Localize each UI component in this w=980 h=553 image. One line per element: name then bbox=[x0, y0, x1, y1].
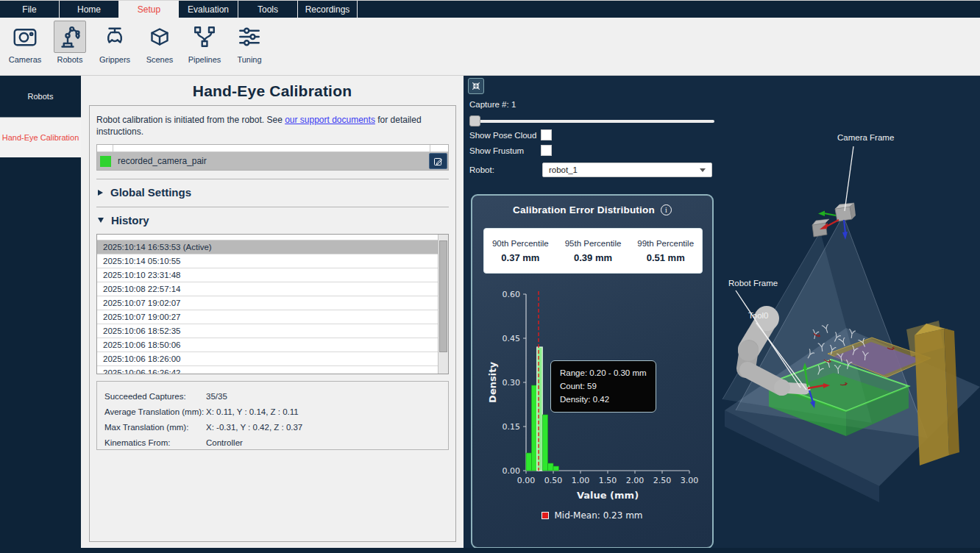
tooltip-count: Count: 59 bbox=[560, 380, 647, 393]
history-row[interactable]: 2025:10:14 05:10:55 bbox=[97, 254, 438, 268]
error-distribution-card: Calibration Error Distribution i 90th Pe… bbox=[471, 194, 714, 548]
page-title: Hand-Eye Calibration bbox=[81, 82, 464, 100]
camera-pair-row[interactable]: recorded_camera_pair bbox=[97, 152, 448, 170]
menu-tab-recordings[interactable]: Recordings bbox=[298, 1, 358, 18]
chevron-right-icon bbox=[98, 190, 103, 196]
capture-slider[interactable] bbox=[469, 115, 714, 126]
sidebar-item-hand-eye-calibration[interactable]: Hand-Eye Calibration bbox=[0, 118, 81, 157]
stat-row: Succeeded Captures:35/35 bbox=[104, 388, 448, 404]
histogram-bar bbox=[537, 347, 542, 471]
tool0-label: Tool0 bbox=[748, 311, 769, 320]
toolbar-label: Scenes bbox=[146, 55, 174, 64]
toolbar-button-robots[interactable]: Robots bbox=[51, 21, 89, 64]
menu-tab-file[interactable]: File bbox=[0, 1, 60, 18]
histogram-bar bbox=[542, 415, 547, 471]
toolbar-label: Robots bbox=[57, 55, 83, 64]
y-tick-label: 0.30 bbox=[503, 378, 521, 388]
robot-dropdown[interactable]: robot_1 bbox=[542, 163, 712, 177]
section-global-settings[interactable]: Global Settings bbox=[98, 186, 449, 199]
histogram-bar bbox=[548, 463, 553, 471]
pipeline-icon bbox=[188, 21, 221, 53]
show-frustum-checkbox[interactable] bbox=[541, 145, 552, 156]
percentile-card: 90th Percentile0.37 mm95th Percentile0.3… bbox=[483, 228, 703, 274]
gripper-icon bbox=[99, 21, 131, 53]
cube-icon bbox=[143, 21, 176, 53]
collapse-panel-button[interactable] bbox=[468, 78, 484, 94]
status-square bbox=[100, 156, 111, 167]
chart-title-row: Calibration Error Distribution i bbox=[472, 204, 712, 215]
history-row[interactable]: 2025:10:06 16:26:42 bbox=[97, 366, 438, 374]
robot-arm-icon bbox=[54, 21, 86, 53]
y-tick-label: 0.15 bbox=[503, 422, 521, 432]
chevron-down-icon bbox=[98, 218, 104, 223]
history-row[interactable]: 2025:10:07 19:00:27 bbox=[97, 310, 438, 324]
menu-tab-setup[interactable]: Setup bbox=[119, 1, 179, 18]
x-tick-label: 3.00 bbox=[681, 476, 699, 485]
show-pose-cloud-checkbox[interactable] bbox=[541, 129, 552, 140]
divider bbox=[96, 207, 449, 207]
stat-value: X: -0.31, Y : 0.42, Z : 0.37 bbox=[206, 423, 448, 432]
support-documents-link[interactable]: our support documents bbox=[285, 115, 375, 125]
show-pose-cloud-row: Show Pose Cloud bbox=[469, 129, 552, 140]
history-row[interactable]: 2025:10:07 19:02:07 bbox=[97, 296, 438, 310]
slider-handle[interactable] bbox=[469, 115, 480, 126]
history-row[interactable]: 2025:10:08 22:57:14 bbox=[97, 282, 438, 296]
app-window: FileHomeSetupEvaluationToolsRecordings C… bbox=[0, 0, 980, 553]
chevron-down-icon bbox=[700, 168, 706, 172]
slider-track[interactable] bbox=[469, 120, 714, 123]
toolbar-button-grippers[interactable]: Grippers bbox=[96, 21, 134, 64]
mid-mean-legend: Mid-Mean: 0.23 mm bbox=[472, 510, 712, 521]
x-axis-label: Value (mm) bbox=[577, 490, 639, 501]
toolbar-label: Cameras bbox=[9, 55, 42, 64]
menu-tab-tools[interactable]: Tools bbox=[238, 1, 298, 18]
history-row[interactable]: 2025:10:14 16:53:53 (Active) bbox=[97, 240, 438, 254]
toolbar-button-pipelines[interactable]: Pipelines bbox=[185, 21, 224, 64]
sidebar-item-robots[interactable]: Robots bbox=[0, 76, 81, 118]
menu-tab-home[interactable]: Home bbox=[60, 1, 119, 18]
stat-value: 35/35 bbox=[206, 392, 448, 401]
stat-label: Max Translation (mm): bbox=[104, 423, 206, 432]
edit-button[interactable] bbox=[429, 153, 447, 169]
toolbar-button-scenes[interactable]: Scenes bbox=[141, 21, 179, 64]
description-text: Robot calibration is initiated from the … bbox=[96, 114, 448, 138]
history-row[interactable]: 2025:10:06 18:26:00 bbox=[97, 352, 438, 366]
percentile-item: 90th Percentile0.37 mm bbox=[484, 239, 557, 263]
percentile-item: 95th Percentile0.39 mm bbox=[557, 239, 630, 263]
calibration-stats: Succeeded Captures:35/35Average Translat… bbox=[96, 381, 449, 450]
x-tick-label: 0.00 bbox=[517, 476, 536, 485]
histogram-tooltip: Range: 0.20 - 0.30 mm Count: 59 Density:… bbox=[550, 360, 656, 413]
info-icon[interactable]: i bbox=[661, 204, 672, 215]
robot-dropdown-value: robot_1 bbox=[549, 165, 700, 174]
histogram-bar bbox=[553, 466, 558, 471]
x-tick-label: 2.50 bbox=[653, 476, 672, 485]
collapse-icon bbox=[471, 81, 481, 91]
camera-pair-table: recorded_camera_pair bbox=[96, 144, 449, 171]
toolbar-button-tuning[interactable]: Tuning bbox=[230, 21, 269, 64]
percentile-value: 0.39 mm bbox=[557, 252, 630, 263]
y-axis-label: Density bbox=[487, 362, 498, 403]
show-frustum-label: Show Frustum bbox=[469, 146, 541, 155]
capture-label: Capture #: 1 bbox=[469, 100, 516, 109]
robot-select-row: Robot: robot_1 bbox=[469, 163, 712, 177]
history-row[interactable]: 2025:10:06 18:52:35 bbox=[97, 324, 438, 338]
description-part-1: Robot calibration is initiated from the … bbox=[96, 115, 285, 125]
scrollbar-thumb[interactable] bbox=[439, 240, 447, 352]
tooltip-range: Range: 0.20 - 0.30 mm bbox=[560, 367, 647, 380]
legend-label: Mid-Mean: 0.23 mm bbox=[554, 510, 642, 521]
percentile-label: 95th Percentile bbox=[557, 239, 630, 248]
camera-frame-label: Camera Frame bbox=[837, 133, 894, 142]
stat-row: Average Translation (mm):X: 0.11, Y : 0.… bbox=[104, 404, 448, 419]
legend-marker bbox=[542, 512, 549, 519]
history-row[interactable]: 2025:10:10 23:31:48 bbox=[97, 268, 438, 282]
toolbar-label: Pipelines bbox=[188, 55, 221, 64]
toolbar-button-cameras[interactable]: Cameras bbox=[6, 21, 44, 64]
toolbar-label: Tuning bbox=[237, 55, 261, 64]
show-frustum-row: Show Frustum bbox=[469, 145, 552, 156]
section-history[interactable]: History bbox=[98, 214, 449, 226]
percentile-value: 0.37 mm bbox=[484, 252, 557, 263]
history-scrollbar[interactable] bbox=[438, 235, 448, 374]
menu-tab-evaluation[interactable]: Evaluation bbox=[179, 1, 238, 18]
history-row[interactable]: 2025:10:06 18:50:06 bbox=[97, 338, 438, 352]
x-tick-label: 2.00 bbox=[626, 476, 645, 485]
3d-viewport[interactable]: Camera Frame Robot Frame Tool0 bbox=[714, 76, 980, 548]
